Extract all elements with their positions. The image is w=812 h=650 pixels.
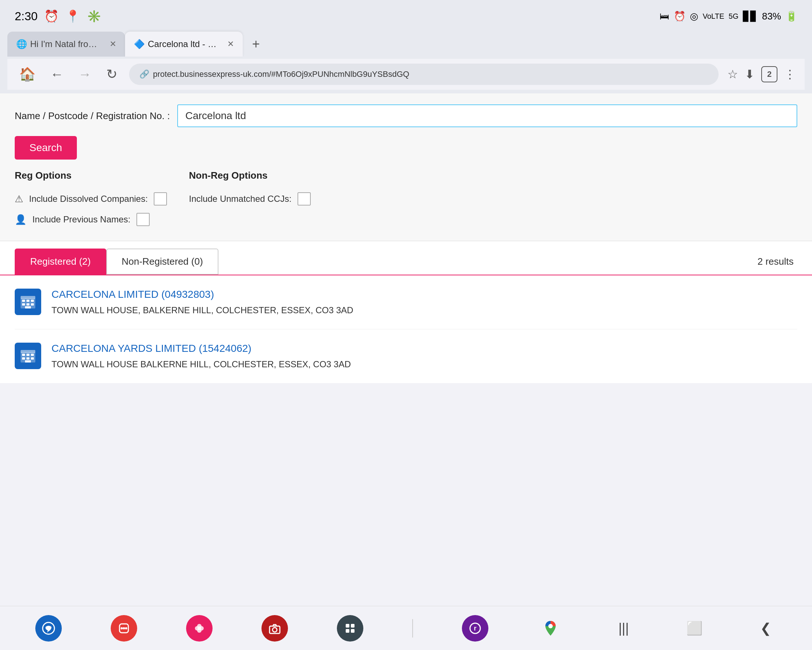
result-list: CARCELONA LIMITED (04932803) TOWN WALL H… (0, 275, 812, 383)
flower-app-icon[interactable] (186, 615, 212, 642)
misc-icon: ✳️ (87, 9, 102, 23)
tab-2[interactable]: 🔷 Carcelona ltd - Search ✕ (125, 32, 243, 56)
maps-app-icon[interactable] (537, 615, 564, 642)
recents-button[interactable]: ||| (613, 621, 635, 636)
results-tabs-left: Registered (2) Non-Registered (0) (15, 249, 218, 275)
unmatched-ccjs-checkbox[interactable] (298, 192, 311, 206)
svg-rect-7 (25, 306, 31, 308)
svg-point-27 (197, 627, 201, 630)
new-tab-button[interactable]: + (246, 34, 266, 54)
svg-point-20 (121, 627, 123, 629)
svg-rect-31 (351, 624, 354, 627)
table-row: CARCELONA LIMITED (04932803) TOWN WALL H… (15, 275, 797, 330)
tab-count: 2 (767, 70, 772, 79)
svg-rect-30 (346, 624, 350, 627)
nav-r-app-icon[interactable]: r (462, 615, 488, 642)
browser-content: Name / Postcode / Registration No. : Sea… (0, 93, 812, 608)
svg-rect-10 (22, 354, 25, 356)
results-tabs-row: Registered (2) Non-Registered (0) 2 resu… (0, 241, 812, 275)
social-app-icon[interactable] (111, 615, 137, 642)
result-address-1: TOWN WALL HOUSE, BALKERNE HILL, COLCHEST… (52, 305, 353, 315)
browser-chrome: 🌐 Hi I'm Natal from Malta new ✕ 🔷 Carcel… (0, 29, 812, 93)
search-input-row: Name / Postcode / Registration No. : (15, 104, 797, 127)
svg-rect-4 (22, 303, 25, 305)
alarm-icon: ⏰ (44, 9, 59, 23)
tab2-favicon: 🔷 (134, 39, 144, 49)
svg-rect-15 (31, 357, 34, 360)
tab1-title: Hi I'm Natal from Malta new (30, 39, 103, 49)
non-reg-options-title: Non-Reg Options (189, 170, 311, 181)
address-actions: ☆ ⬇ 2 ⋮ (727, 66, 796, 82)
result-name-1[interactable]: CARCELONA LIMITED (04932803) (52, 288, 797, 301)
webpage: Name / Postcode / Registration No. : Sea… (0, 93, 812, 383)
result-name-2[interactable]: CARCELONA YARDS LIMITED (15424062) (52, 343, 797, 354)
search-input[interactable] (177, 104, 797, 127)
previous-names-checkbox[interactable] (136, 213, 150, 226)
search-button[interactable]: Search (15, 136, 77, 160)
tab1-close-icon[interactable]: ✕ (110, 39, 116, 49)
result-info-1: CARCELONA LIMITED (04932803) TOWN WALL H… (52, 288, 797, 316)
alarm2-icon: ⏰ (674, 11, 685, 22)
camera2-icon: ◎ (690, 11, 698, 22)
security-icon: 🔗 (139, 70, 149, 79)
non-registered-tab[interactable]: Non-Registered (0) (106, 249, 218, 275)
tab2-close-icon[interactable]: ✕ (227, 39, 234, 49)
dissolved-companies-label: Include Dissolved Companies: (29, 194, 148, 204)
address-bar: 🏠 ← → ↻ 🔗 protect.businessexpress-uk.com… (8, 59, 804, 90)
svg-text:r: r (474, 625, 476, 632)
reload-button[interactable]: ↻ (103, 64, 120, 85)
download-icon[interactable]: ⬇ (745, 67, 755, 81)
bars-icon: ▊▊ (743, 11, 757, 22)
person-icon: 👤 (15, 214, 26, 225)
address-url: protect.businessexpress-uk.com/#MTo6Oj9x… (153, 70, 708, 79)
registered-tab[interactable]: Registered (2) (15, 249, 106, 275)
back-button[interactable]: ← (47, 64, 67, 85)
results-section: Registered (2) Non-Registered (0) 2 resu… (0, 241, 812, 383)
dissolved-companies-checkbox[interactable] (154, 192, 167, 206)
non-reg-options-group: Non-Reg Options Include Unmatched CCJs: (189, 170, 311, 226)
svg-rect-6 (31, 303, 34, 305)
forward-button[interactable]: → (75, 64, 95, 85)
unmatched-ccjs-option: Include Unmatched CCJs: (189, 192, 311, 206)
grid-app-icon[interactable] (337, 615, 363, 642)
svg-rect-13 (22, 357, 25, 360)
svg-rect-33 (351, 629, 354, 633)
back-nav-button[interactable]: ❮ (755, 621, 777, 636)
svg-rect-8 (21, 296, 35, 299)
dissolved-companies-option: ⚠ Include Dissolved Companies: (15, 192, 167, 206)
svg-rect-17 (21, 350, 35, 353)
camera-app-icon[interactable] (261, 615, 288, 642)
warning-icon: ⚠ (15, 194, 23, 205)
svg-rect-16 (25, 360, 31, 363)
battery-percent: 83% (762, 11, 781, 22)
previous-names-option: 👤 Include Previous Names: (15, 213, 167, 226)
tab-count-badge[interactable]: 2 (761, 66, 777, 82)
svg-rect-2 (26, 300, 29, 302)
tab2-title: Carcelona ltd - Search (148, 39, 221, 49)
status-right: 🛏 ⏰ ◎ VoLTE 5G ▊▊ 83% 🔋 (660, 11, 797, 22)
reg-options-title: Reg Options (15, 170, 167, 181)
search-field-label: Name / Postcode / Registration No. : (15, 110, 170, 122)
home-button[interactable]: 🏠 (16, 64, 39, 85)
company-icon-1 (15, 288, 41, 315)
previous-names-label: Include Previous Names: (32, 214, 131, 224)
results-count: 2 results (757, 256, 797, 267)
menu-icon[interactable]: ⋮ (784, 67, 796, 81)
tab-1[interactable]: 🌐 Hi I'm Natal from Malta new ✕ (8, 32, 125, 56)
svg-point-36 (548, 624, 553, 628)
svg-rect-14 (26, 357, 29, 360)
bookmark-icon[interactable]: ☆ (727, 67, 738, 81)
home-nav-button[interactable]: ⬜ (684, 621, 706, 636)
company-icon-2 (15, 343, 41, 369)
hotel-icon: 🛏 (660, 11, 669, 22)
svg-point-29 (273, 627, 277, 632)
unmatched-ccjs-label: Include Unmatched CCJs: (189, 194, 292, 204)
chat-app-icon[interactable] (35, 615, 62, 642)
svg-rect-11 (26, 354, 29, 356)
svg-rect-1 (22, 300, 25, 302)
battery-icon: 🔋 (786, 11, 797, 22)
volte-icon: VoLTE (703, 12, 725, 21)
svg-rect-3 (31, 300, 34, 302)
address-field[interactable]: 🔗 protect.businessexpress-uk.com/#MTo6Oj… (129, 64, 719, 85)
location-icon: 📍 (66, 9, 80, 23)
